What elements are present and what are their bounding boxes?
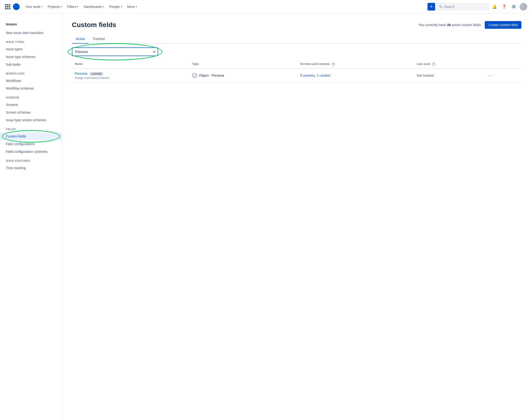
field-type-cell: ⊙ Object - Persona <box>189 69 297 82</box>
col-type: Type <box>189 60 297 69</box>
fields-table: Name Type Screens and contexts ? Last us… <box>72 60 521 83</box>
screens-help-icon[interactable]: ? <box>332 62 335 66</box>
sidebar-item-sub-tasks[interactable]: Sub-tasks <box>0 61 62 68</box>
object-type-icon: ⊙ <box>192 73 197 78</box>
field-name-cell: Persona LOCKED Assign a persona to issue… <box>72 69 189 82</box>
tab-active[interactable]: Active <box>72 34 89 44</box>
search-icon: 🔍 <box>439 5 442 8</box>
nav-dashboards[interactable]: Dashboards ▾ <box>81 3 106 10</box>
table-header: Name Type Screens and contexts ? Last us… <box>72 60 521 69</box>
settings-button[interactable]: ⚙️ <box>510 3 517 11</box>
sidebar-item-screen-schemes[interactable]: Screen schemes <box>0 108 62 116</box>
tabs: Active Trashed <box>72 34 521 44</box>
page-header: Custom fields You currently have 34 acti… <box>72 21 521 29</box>
chevron-down-icon: ▾ <box>61 5 62 8</box>
page-header-right: You currently have 34 active custom fiel… <box>418 21 521 29</box>
main-content: Custom fields You currently have 34 acti… <box>62 14 531 420</box>
create-custom-field-button[interactable]: Create custom field <box>485 21 521 29</box>
col-last-used: Last used ? <box>414 60 484 69</box>
chevron-down-icon: ▾ <box>103 5 104 8</box>
sidebar-section-issue-features: ISSUE FEATURES <box>0 155 62 164</box>
locked-badge: LOCKED <box>90 72 103 76</box>
sidebar-item-new-issue-view[interactable]: New issue view transition <box>0 29 62 37</box>
search-filter-input[interactable] <box>72 47 158 56</box>
sidebar-item-field-configurations[interactable]: Field configurations <box>0 140 62 148</box>
nav-your-work[interactable]: Your work ▾ <box>23 3 45 10</box>
sidebar-item-field-configuration-schemes[interactable]: Field configuration schemes <box>0 148 62 155</box>
field-actions-cell: ··· <box>484 69 521 82</box>
topnav-nav: Your work ▾ Projects ▾ Filters ▾ Dashboa… <box>23 3 425 10</box>
page-title: Custom fields <box>72 21 116 29</box>
sidebar-section-issue-types: ISSUE TYPES <box>0 37 62 45</box>
col-name: Name <box>72 60 189 69</box>
sidebar: Issues New issue view transition ISSUE T… <box>0 14 62 420</box>
last-used-help-icon[interactable]: ? <box>432 62 435 66</box>
field-description: Assign a persona to issues. <box>75 76 186 79</box>
field-screens-cell: 5 screens, 1 context <box>297 69 414 82</box>
sidebar-item-screens[interactable]: Screens <box>0 101 62 108</box>
col-screens: Screens and contexts ? <box>297 60 414 69</box>
search-filter-wrapper: ✕ <box>72 47 158 56</box>
notifications-button[interactable]: 🔔 <box>491 3 498 11</box>
chevron-down-icon: ▾ <box>41 5 42 8</box>
nav-filters[interactable]: Filters ▾ <box>65 3 81 10</box>
chevron-down-icon: ▾ <box>77 5 78 8</box>
row-more-button[interactable]: ··· <box>486 72 494 79</box>
sidebar-section-workflows: WORKFLOWS <box>0 68 62 77</box>
jira-logo[interactable] <box>13 3 20 11</box>
last-used-value: Not tracked <box>417 74 434 77</box>
sidebar-item-issues[interactable]: Issues <box>0 19 62 29</box>
app-grid-button[interactable] <box>4 3 12 11</box>
create-button[interactable]: + <box>427 3 435 11</box>
table-row: Persona LOCKED Assign a persona to issue… <box>72 69 521 82</box>
sidebar-item-workflow-schemes[interactable]: Workflow schemes <box>0 85 62 92</box>
sidebar-section-screens: SCREENS <box>0 92 62 101</box>
nav-more[interactable]: More ▾ <box>125 3 139 10</box>
user-avatar[interactable] <box>519 3 527 11</box>
table-body: Persona LOCKED Assign a persona to issue… <box>72 69 521 82</box>
field-name-row: Persona LOCKED <box>75 72 186 76</box>
nav-people[interactable]: People ▾ <box>107 3 124 10</box>
active-fields-text: You currently have 34 active custom fiel… <box>418 23 481 27</box>
nav-projects[interactable]: Projects ▾ <box>45 3 64 10</box>
field-last-used-cell: Not tracked <box>414 69 484 82</box>
screens-link[interactable]: 5 screens, 1 context <box>300 74 330 77</box>
sidebar-item-issue-type-schemes[interactable]: Issue type schemes <box>0 53 62 61</box>
sidebar-section-fields: FIELDS <box>0 124 62 133</box>
col-actions <box>484 60 521 69</box>
sidebar-item-workflows[interactable]: Workflows <box>0 77 62 85</box>
page-layout: Issues New issue view transition ISSUE T… <box>0 0 531 420</box>
field-name-link[interactable]: Persona <box>75 72 87 75</box>
sidebar-item-time-tracking[interactable]: Time tracking <box>0 164 62 172</box>
chevron-down-icon: ▾ <box>121 5 122 8</box>
sidebar-item-custom-fields[interactable]: Custom fields <box>0 133 62 140</box>
tab-trashed[interactable]: Trashed <box>89 34 108 44</box>
topnav-right: 🔍 Search 🔔 ❓ ⚙️ <box>436 3 527 11</box>
field-type: ⊙ Object - Persona <box>192 73 294 78</box>
sidebar-item-issue-type-screen-schemes[interactable]: Issue type screen schemes <box>0 116 62 124</box>
search-box[interactable]: 🔍 Search <box>436 3 489 10</box>
chevron-down-icon: ▾ <box>136 5 137 8</box>
topnav: Your work ▾ Projects ▾ Filters ▾ Dashboa… <box>0 0 531 14</box>
clear-search-button[interactable]: ✕ <box>153 50 156 54</box>
grid-dots-icon <box>5 4 10 9</box>
sidebar-item-issue-types[interactable]: Issue types <box>0 45 62 53</box>
help-button[interactable]: ❓ <box>500 3 508 11</box>
search-filter-container: ✕ <box>72 47 521 56</box>
